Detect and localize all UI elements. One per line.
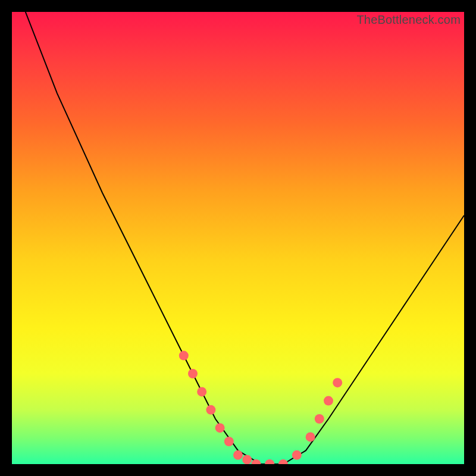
data-marker [278, 459, 288, 464]
chart-svg [12, 12, 464, 464]
data-marker [265, 459, 274, 464]
data-marker [215, 423, 225, 433]
plot-area: TheBottleneck.com [12, 12, 464, 464]
data-marker [188, 369, 198, 378]
data-marker [179, 351, 189, 361]
data-marker [324, 396, 333, 406]
data-marker [315, 414, 324, 424]
data-marker [224, 437, 234, 446]
marker-group [179, 351, 342, 464]
data-marker [292, 450, 302, 460]
data-marker [306, 432, 315, 441]
data-marker [206, 405, 215, 415]
bottleneck-curve [26, 12, 464, 464]
chart-frame: TheBottleneck.com [0, 0, 476, 476]
data-marker [233, 450, 243, 460]
data-marker [197, 387, 206, 396]
watermark-text: TheBottleneck.com [356, 13, 461, 27]
data-marker [242, 455, 252, 464]
data-marker [333, 378, 342, 387]
